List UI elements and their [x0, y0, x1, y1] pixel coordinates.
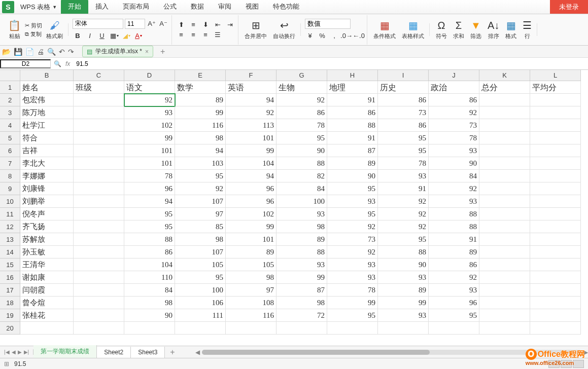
cell-L14[interactable]	[530, 246, 581, 259]
cell-L7[interactable]	[530, 157, 581, 170]
cell-G15[interactable]: 93	[276, 259, 327, 271]
align-right-button[interactable]: ≡	[200, 30, 211, 40]
cell-C5[interactable]	[74, 132, 124, 144]
cell-L8[interactable]	[530, 170, 581, 182]
save-icon[interactable]: 💾	[14, 48, 22, 56]
cell-H13[interactable]: 73	[327, 233, 378, 246]
cell-F18[interactable]: 108	[226, 297, 276, 309]
col-header-B[interactable]: B	[20, 70, 74, 81]
cell-G13[interactable]: 89	[276, 233, 327, 246]
cell-L6[interactable]	[530, 144, 581, 157]
cell-K5[interactable]	[479, 132, 530, 144]
sheet-tab-0[interactable]: 第一学期期末成绩	[33, 345, 97, 359]
sheet-tab-2[interactable]: Sheet3	[131, 347, 165, 358]
cell-E18[interactable]: 106	[175, 297, 226, 309]
cell-J18[interactable]: 96	[429, 297, 479, 309]
col-header-J[interactable]: J	[429, 70, 479, 81]
cell-E17[interactable]: 100	[175, 284, 226, 297]
scroll-thumb[interactable]	[202, 350, 430, 355]
cell-I15[interactable]: 90	[378, 259, 429, 271]
undo-icon[interactable]: ↶	[59, 48, 65, 56]
cell-G7[interactable]: 88	[276, 157, 327, 170]
cell-D14[interactable]: 86	[124, 246, 175, 259]
cell-C17[interactable]	[74, 284, 124, 297]
cell-E19[interactable]: 111	[175, 309, 226, 322]
cell-F8[interactable]: 94	[226, 170, 276, 182]
cell-G1[interactable]: 生物	[276, 81, 327, 94]
cell-J16[interactable]: 92	[429, 271, 479, 284]
cell-B6[interactable]: 吉祥	[20, 144, 74, 157]
cell-C18[interactable]	[74, 297, 124, 309]
row-header-2[interactable]: 2	[0, 94, 20, 106]
cell-F12[interactable]: 99	[226, 220, 276, 233]
row-header-7[interactable]: 7	[0, 157, 20, 170]
menu-tab-7[interactable]: 特色功能	[266, 0, 306, 14]
cell-H10[interactable]: 93	[327, 195, 378, 208]
cell-D13[interactable]: 88	[124, 233, 175, 246]
scroll-right-icon[interactable]: ▶	[583, 349, 588, 356]
name-box[interactable]	[0, 59, 51, 68]
cell-H8[interactable]: 90	[327, 170, 378, 182]
cell-K15[interactable]	[479, 259, 530, 271]
col-header-I[interactable]: I	[378, 70, 429, 81]
cell-L18[interactable]	[530, 297, 581, 309]
row-header-5[interactable]: 5	[0, 132, 20, 144]
cell-I3[interactable]: 73	[378, 106, 429, 119]
cell-J6[interactable]: 93	[429, 144, 479, 157]
decrease-font-icon[interactable]: A⁻	[158, 19, 168, 29]
cell-D6[interactable]: 101	[124, 144, 175, 157]
row-header-10[interactable]: 10	[0, 195, 20, 208]
menu-tab-3[interactable]: 公式	[156, 0, 184, 14]
cell-L15[interactable]	[530, 259, 581, 271]
view-page-button[interactable]	[561, 360, 572, 368]
sheet-first-icon[interactable]: |◀	[4, 349, 10, 355]
cell-E2[interactable]: 89	[175, 94, 226, 106]
cell-K16[interactable]	[479, 271, 530, 284]
cell-K11[interactable]	[479, 208, 530, 220]
cell-E11[interactable]: 97	[175, 208, 226, 220]
cell-K18[interactable]	[479, 297, 530, 309]
copy-button[interactable]: ⧉复制	[25, 30, 42, 38]
row-header-9[interactable]: 9	[0, 182, 20, 195]
row-header-13[interactable]: 13	[0, 233, 20, 246]
cell-E20[interactable]	[175, 322, 226, 335]
align-bottom-button[interactable]: ⬇	[200, 20, 211, 30]
cell-C20[interactable]	[74, 322, 124, 335]
row-header-11[interactable]: 11	[0, 208, 20, 220]
indent-increase-button[interactable]: ⇥	[225, 20, 235, 30]
row-header-8[interactable]: 8	[0, 170, 20, 182]
align-left-button[interactable]: ≡	[176, 30, 186, 40]
cell-C13[interactable]	[74, 233, 124, 246]
bold-button[interactable]: B	[73, 31, 83, 41]
cell-B3[interactable]: 陈万地	[20, 106, 74, 119]
cell-H17[interactable]: 78	[327, 284, 378, 297]
cell-B15[interactable]: 王清华	[20, 259, 74, 271]
cell-C11[interactable]	[74, 208, 124, 220]
cell-J4[interactable]: 73	[429, 119, 479, 132]
row-header-19[interactable]: 19	[0, 309, 20, 322]
cell-H2[interactable]: 91	[327, 94, 378, 106]
cell-D10[interactable]: 94	[124, 195, 175, 208]
row-header-6[interactable]: 6	[0, 144, 20, 157]
cell-C3[interactable]	[74, 106, 124, 119]
cell-F16[interactable]: 98	[226, 271, 276, 284]
cell-F11[interactable]: 102	[226, 208, 276, 220]
cell-B14[interactable]: 孙玉敏	[20, 246, 74, 259]
app-dropdown-icon[interactable]: ▼	[52, 5, 57, 10]
cell-I5[interactable]: 95	[378, 132, 429, 144]
cell-J9[interactable]: 92	[429, 182, 479, 195]
sum-button[interactable]: Σ求和	[451, 19, 466, 41]
horizontal-scrollbar[interactable]: ◀ ▶	[195, 349, 588, 356]
cell-E1[interactable]: 数学	[175, 81, 226, 94]
distribute-button[interactable]: ☰	[213, 30, 223, 40]
login-button[interactable]: 未登录	[550, 0, 588, 14]
cell-E4[interactable]: 116	[175, 119, 226, 132]
cell-D9[interactable]: 96	[124, 182, 175, 195]
cell-I2[interactable]: 86	[378, 94, 429, 106]
cell-L12[interactable]	[530, 220, 581, 233]
align-top-button[interactable]: ⬆	[176, 20, 186, 30]
cell-H6[interactable]: 87	[327, 144, 378, 157]
currency-button[interactable]: ¥	[305, 31, 315, 41]
cell-B2[interactable]: 包宏伟	[20, 94, 74, 106]
cell-L9[interactable]	[530, 182, 581, 195]
